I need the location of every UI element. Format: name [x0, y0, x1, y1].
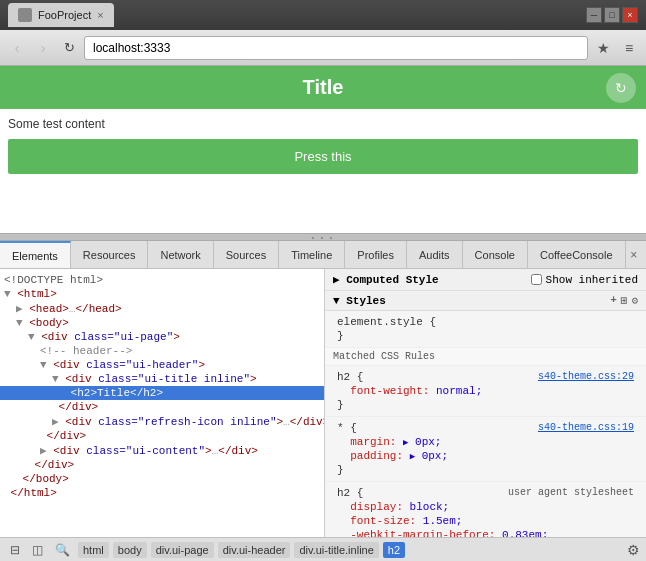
css-prop-display: display: block;	[333, 500, 638, 514]
tab-audits[interactable]: Audits	[407, 241, 463, 268]
breadcrumb-body[interactable]: body	[113, 542, 147, 558]
tree-div-close-title[interactable]: </div>	[0, 400, 324, 414]
breadcrumb-div-ui-page[interactable]: div.ui-page	[151, 542, 214, 558]
devtools-tabs: Elements Resources Network Sources Timel…	[0, 241, 646, 269]
show-inherited-control: Show inherited	[531, 274, 638, 286]
title-bar: FooProject × ─ □ ×	[0, 0, 646, 30]
css-file-link-2[interactable]: s40-theme.css:19	[538, 422, 634, 433]
close-button[interactable]: ×	[622, 7, 638, 23]
tab-timeline[interactable]: Timeline	[279, 241, 345, 268]
tree-html[interactable]: ▼ <html>	[0, 287, 324, 301]
css-rule-star-selector: * { s40-theme.css:19	[333, 421, 638, 435]
devtools-settings-icon[interactable]: ⚙	[627, 542, 640, 558]
tab-profiles[interactable]: Profiles	[345, 241, 407, 268]
css-prop-webkit-margin-before: -webkit-margin-before: 0.83em;	[333, 528, 638, 537]
html-tree-panel: <!DOCTYPE html> ▼ <html> ▶ <head>…</head…	[0, 269, 325, 537]
devtools-content: <!DOCTYPE html> ▼ <html> ▶ <head>…</head…	[0, 269, 646, 537]
tab-resources[interactable]: Resources	[71, 241, 149, 268]
tree-body[interactable]: ▼ <body>	[0, 316, 324, 330]
tree-h2-title[interactable]: <h2>Title</h2>	[0, 386, 324, 400]
tab-coffeeconsole[interactable]: CoffeeConsole	[528, 241, 626, 268]
element-style-selector: element.style {	[333, 315, 638, 329]
css-rule-h2-selector: h2 { s40-theme.css:29	[333, 370, 638, 384]
tab-favicon	[18, 8, 32, 22]
tab-elements[interactable]: Elements	[0, 241, 71, 268]
css-rule-star-close: }	[333, 463, 638, 477]
css-rule-ua-selector: h2 { user agent stylesheet	[333, 486, 638, 500]
address-bar	[84, 36, 588, 60]
devtools-resize-handle[interactable]: • • •	[0, 233, 646, 241]
show-inherited-label: Show inherited	[546, 274, 638, 286]
css-rule-star-theme: * { s40-theme.css:19 margin: ▶ 0px; padd…	[325, 417, 646, 482]
css-prop-padding: padding: ▶ 0px;	[333, 449, 638, 463]
page-header: Title ↻	[0, 66, 646, 109]
tab-network[interactable]: Network	[148, 241, 213, 268]
forward-button[interactable]: ›	[32, 37, 54, 59]
maximize-button[interactable]: □	[604, 7, 620, 23]
search-icon[interactable]: 🔍	[51, 541, 74, 559]
styles-tab-label: ▼ Styles	[333, 295, 386, 307]
element-style-section: element.style { }	[325, 311, 646, 348]
styles-panel: ▶ Computed Style Show inherited ▼ Styles…	[325, 269, 646, 537]
tree-div-close-page[interactable]: </div>	[0, 458, 324, 472]
page-area: Title ↻ Some test content Press this	[0, 66, 646, 233]
tab-title: FooProject	[38, 9, 91, 21]
css-rule-h2-theme: h2 { s40-theme.css:29 font-weight: norma…	[325, 366, 646, 417]
browser-window: FooProject × ─ □ × ‹ › ↻ ★ ≡ Title ↻ Som…	[0, 0, 646, 561]
browser-tab[interactable]: FooProject ×	[8, 3, 114, 27]
show-inherited-checkbox[interactable]	[531, 274, 542, 285]
window-controls: ─ □ ×	[586, 7, 638, 23]
browser-toolbar: ‹ › ↻ ★ ≡	[0, 30, 646, 66]
minimize-button[interactable]: ─	[586, 7, 602, 23]
devtools-panel: Elements Resources Network Sources Timel…	[0, 241, 646, 561]
css-prop-font-weight: font-weight: normal;	[333, 384, 638, 398]
breadcrumb-h2[interactable]: h2	[383, 542, 405, 558]
layout-toggle-icon[interactable]: ◫	[28, 541, 47, 559]
tab-close-button[interactable]: ×	[97, 9, 103, 21]
console-toggle-icon[interactable]: ⊟	[6, 541, 24, 559]
breadcrumb-div-ui-title-inline[interactable]: div.ui-title.inline	[294, 542, 378, 558]
tree-div-refresh-icon[interactable]: ▶ <div class="refresh-icon inline">…</di…	[0, 414, 324, 429]
styles-icons: + ⊞ ⚙	[610, 294, 638, 307]
css-rule-h2-close: }	[333, 398, 638, 412]
css-prop-font-size: font-size: 1.5em;	[333, 514, 638, 528]
bookmark-button[interactable]: ★	[592, 37, 614, 59]
breadcrumb-div-ui-header[interactable]: div.ui-header	[218, 542, 291, 558]
element-style-close: }	[333, 329, 638, 343]
tab-area: FooProject ×	[8, 3, 580, 27]
tab-console[interactable]: Console	[463, 241, 528, 268]
devtools-close-button[interactable]: ×	[626, 246, 642, 264]
tree-div-ui-content[interactable]: ▶ <div class="ui-content">…</div>	[0, 443, 324, 458]
css-rule-h2-useragent: h2 { user agent stylesheet display: bloc…	[325, 482, 646, 537]
page-content: Some test content Press this	[0, 109, 646, 233]
tree-body-close[interactable]: </body>	[0, 472, 324, 486]
styles-sub-header: ▼ Styles + ⊞ ⚙	[325, 291, 646, 311]
tree-div-ui-page[interactable]: ▼ <div class="ui-page">	[0, 330, 324, 344]
page-refresh-button[interactable]: ↻	[606, 73, 636, 103]
press-this-button[interactable]: Press this	[8, 139, 638, 174]
add-style-icon[interactable]: +	[610, 294, 617, 307]
browser-refresh-button[interactable]: ↻	[58, 37, 80, 59]
breadcrumb-html[interactable]: html	[78, 542, 109, 558]
tree-head[interactable]: ▶ <head>…</head>	[0, 301, 324, 316]
browser-menu-button[interactable]: ≡	[618, 37, 640, 59]
back-button[interactable]: ‹	[6, 37, 28, 59]
tree-div-ui-title[interactable]: ▼ <div class="ui-title inline">	[0, 372, 324, 386]
css-prop-margin: margin: ▶ 0px;	[333, 435, 638, 449]
styles-panel-header: ▶ Computed Style Show inherited	[325, 269, 646, 291]
address-input[interactable]	[93, 41, 579, 55]
tab-sources[interactable]: Sources	[214, 241, 279, 268]
tree-div-close-header[interactable]: </div>	[0, 429, 324, 443]
toggle-style-icon[interactable]: ⊞	[621, 294, 628, 307]
tree-div-ui-header[interactable]: ▼ <div class="ui-header">	[0, 358, 324, 372]
settings-style-icon[interactable]: ⚙	[631, 294, 638, 307]
devtools-bottom-bar: ⊟ ◫ 🔍 html body div.ui-page div.ui-heade…	[0, 537, 646, 561]
computed-style-tab[interactable]: ▶ Computed Style	[333, 273, 439, 286]
css-ua-label: user agent stylesheet	[508, 487, 634, 498]
test-content-text: Some test content	[8, 117, 638, 131]
page-title: Title	[10, 76, 636, 99]
tree-html-close[interactable]: </html>	[0, 486, 324, 500]
tree-doctype[interactable]: <!DOCTYPE html>	[0, 273, 324, 287]
css-file-link-1[interactable]: s40-theme.css:29	[538, 371, 634, 382]
tree-comment-header[interactable]: <!-- header-->	[0, 344, 324, 358]
